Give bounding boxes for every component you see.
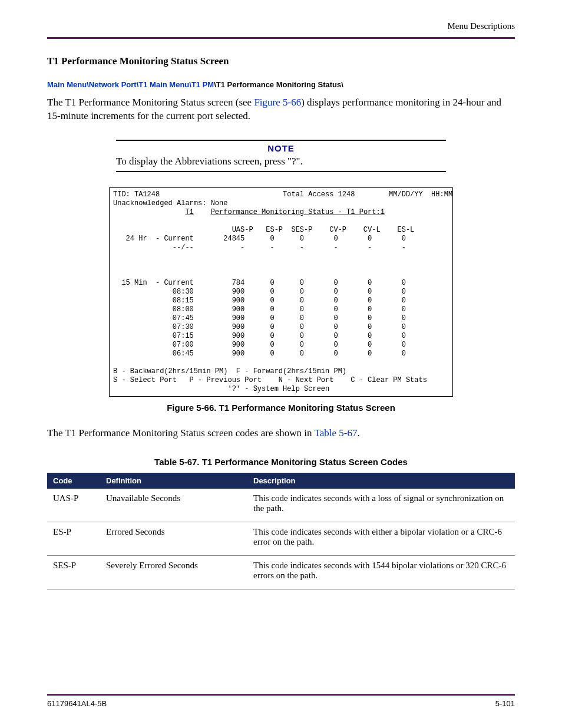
figure-caption: Figure 5-66. T1 Performance Monitoring S… [47,403,515,413]
cell-definition: Unavailable Seconds [100,489,247,522]
table-caption: Table 5-67. T1 Performance Monitoring St… [47,457,515,467]
table-link[interactable]: Table 5-67 [315,427,358,439]
table-header-row: Code Definition Description [47,473,515,489]
breadcrumb-current: T1 Performance Monitoring Status\ [216,80,343,89]
table-row: SES-PSeverely Errored SecondsThis code i… [47,555,515,589]
note-rule-bottom [116,171,446,172]
codes-table: Code Definition Description UAS-PUnavail… [47,473,515,589]
section-title: T1 Performance Monitoring Status Screen [47,55,515,67]
cell-code: UAS-P [47,489,100,522]
breadcrumb-link[interactable]: T1 PM [191,80,214,89]
breadcrumb: Main Menu\Network Port\T1 Main Menu\T1 P… [47,80,515,89]
note-label: NOTE [116,141,446,154]
table-row: UAS-PUnavailable SecondsThis code indica… [47,489,515,522]
cell-description: This code indicates seconds with either … [247,522,515,555]
top-rule [47,37,515,39]
cell-description: This code indicates seconds with 1544 bi… [247,555,515,589]
th-code: Code [47,473,100,489]
note-block: NOTE To display the Abbreviations screen… [116,140,446,172]
table-row: ES-PErrored SecondsThis code indicates s… [47,522,515,555]
intro-paragraph: The T1 Performance Monitoring Status scr… [47,96,515,123]
cell-code: SES-P [47,555,100,589]
cell-definition: Errored Seconds [100,522,247,555]
footer-left: 61179641AL4-5B [47,699,107,708]
th-definition: Definition [100,473,247,489]
intro-before: The T1 Performance Monitoring Status scr… [47,97,254,108]
page-footer: 61179641AL4-5B 5-101 [47,694,515,708]
note-text: To display the Abbreviations screen, pre… [116,154,446,171]
breadcrumb-link[interactable]: T1 Main Menu [138,80,189,89]
footer-rule [47,694,515,696]
post-after: . [357,427,359,439]
post-before: The T1 Performance Monitoring Status scr… [47,427,315,439]
breadcrumb-link[interactable]: Main Menu [47,80,87,89]
breadcrumb-link[interactable]: Network Port [89,80,137,89]
cell-code: ES-P [47,522,100,555]
terminal-screen: TID: TA1248 Total Access 1248 MM/DD/YY H… [109,187,453,397]
cell-description: This code indicates seconds with a loss … [247,489,515,522]
header-label: Menu Descriptions [47,21,515,31]
th-description: Description [247,473,515,489]
cell-definition: Severely Errored Seconds [100,555,247,589]
post-paragraph: The T1 Performance Monitoring Status scr… [47,427,515,440]
footer-right: 5-101 [495,699,515,708]
figure-link[interactable]: Figure 5-66 [254,97,301,108]
